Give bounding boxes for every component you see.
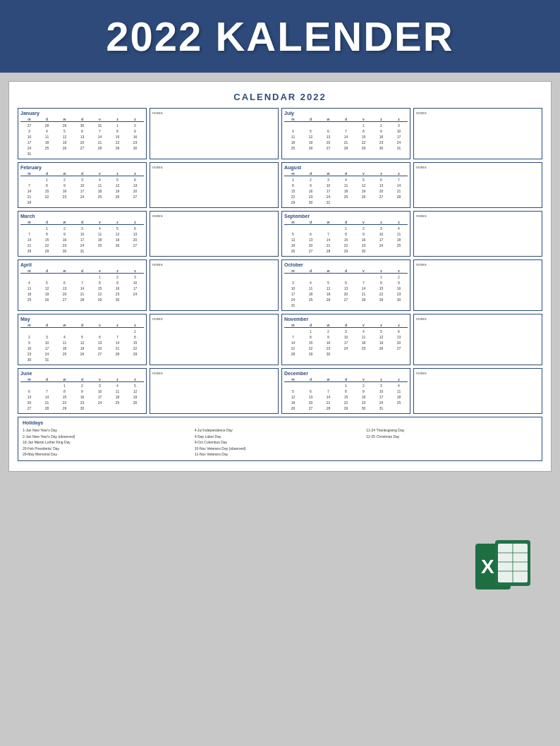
- day-header: z: [109, 377, 126, 381]
- day-cell: 22: [302, 346, 319, 351]
- day-header: d: [73, 220, 91, 224]
- day-header: m: [20, 117, 38, 121]
- day-cell: 10: [126, 280, 144, 286]
- month-name: June: [20, 371, 144, 376]
- day-cell: 12: [284, 237, 302, 243]
- day-cell: 3: [91, 383, 109, 389]
- day-cell: 14: [319, 394, 337, 400]
- bottom-area: X: [0, 480, 560, 607]
- day-cell: 15: [337, 394, 355, 400]
- day-cell: 11: [109, 389, 126, 394]
- holidays-title: Holidays: [23, 420, 537, 425]
- day-cell: [284, 274, 302, 280]
- day-header: d: [38, 171, 56, 176]
- day-cell: 21: [20, 243, 38, 248]
- day-cell: 24: [284, 297, 302, 302]
- notes-label: notes: [416, 214, 540, 218]
- calendar-title: CALENDAR 2022: [18, 92, 542, 102]
- day-cell: 24: [319, 194, 337, 200]
- day-cell: 27: [91, 351, 109, 357]
- notes-block: notes: [413, 259, 542, 311]
- day-cell: 28: [38, 405, 56, 411]
- day-cell: 21: [284, 346, 302, 351]
- day-header: z: [126, 171, 144, 176]
- holiday-item: 10-Nov Veterans Day (observed): [195, 446, 366, 452]
- day-cell: 17: [38, 346, 56, 351]
- notes-block: notes: [413, 108, 542, 159]
- day-cell: 1: [56, 383, 73, 389]
- day-cell: 29: [337, 248, 355, 254]
- day-header: z: [390, 377, 408, 381]
- day-cell: 14: [38, 394, 56, 400]
- day-cell: 27: [20, 405, 38, 411]
- day-cell: 19: [73, 346, 91, 351]
- day-cell: 1: [302, 329, 319, 334]
- day-header: m: [20, 377, 38, 381]
- day-cell: 21: [91, 140, 109, 145]
- notes-label: notes: [416, 371, 540, 375]
- notes-label: notes: [152, 371, 276, 375]
- month-block-october: Octobermdwdvzz12345678910111213141516171…: [281, 259, 410, 311]
- day-cell: [126, 297, 144, 302]
- day-cell: [355, 302, 372, 308]
- day-cell: 21: [319, 243, 337, 248]
- day-cell: 4: [109, 383, 126, 389]
- day-cell: 3: [390, 123, 408, 128]
- day-header: d: [337, 220, 355, 224]
- holiday-item: 20-Feb Presidents' Day: [23, 446, 194, 452]
- day-cell: [73, 151, 91, 157]
- day-cell: 17: [284, 291, 302, 297]
- day-cell: [109, 329, 126, 334]
- notes-label: notes: [152, 111, 276, 115]
- notes-block: notes: [413, 162, 542, 208]
- day-header: d: [337, 171, 355, 176]
- day-cell: 21: [319, 400, 337, 405]
- day-cell: 12: [284, 394, 302, 400]
- day-cell: 1: [372, 274, 390, 280]
- day-cell: 28: [38, 123, 56, 128]
- day-header: d: [302, 171, 319, 176]
- day-cell: 8: [337, 389, 355, 394]
- day-cell: 10: [20, 134, 38, 140]
- day-cell: 22: [372, 291, 390, 297]
- day-cell: 28: [319, 405, 337, 411]
- holidays-grid: 1-Jan New Year's Day2-Jan New Year's Day…: [23, 427, 537, 458]
- day-header: w: [319, 377, 337, 381]
- day-cell: 28: [73, 297, 91, 302]
- day-cell: 25: [38, 145, 56, 151]
- day-cell: 26: [355, 194, 372, 200]
- day-cell: [319, 383, 337, 389]
- notes-block: notes: [150, 211, 279, 257]
- day-cell: 9: [302, 183, 319, 188]
- day-cell: [20, 329, 38, 334]
- day-cell: 16: [73, 394, 91, 400]
- day-cell: 7: [390, 177, 408, 183]
- day-header: z: [372, 377, 390, 381]
- day-cell: 22: [337, 243, 355, 248]
- day-cell: 16: [20, 346, 38, 351]
- day-cell: 18: [91, 188, 109, 194]
- day-header: w: [56, 377, 73, 381]
- holiday-item: 2-Jan New Year's Day (observed): [23, 434, 194, 440]
- calendar-container: CALENDAR 2022 Januarymdwdvzz272829303112…: [8, 81, 552, 472]
- day-cell: 7: [337, 128, 355, 134]
- day-cell: 13: [91, 340, 109, 346]
- day-cell: [56, 274, 73, 280]
- day-cell: 23: [56, 194, 73, 200]
- month-block-september: Septembermdwdvzz123456789101112131415161…: [281, 211, 410, 257]
- day-cell: [73, 329, 91, 334]
- day-cell: 30: [20, 357, 38, 362]
- day-header: d: [337, 377, 355, 381]
- day-cell: [284, 123, 302, 128]
- day-cell: 17: [390, 134, 408, 140]
- day-cell: 1: [355, 123, 372, 128]
- notes-block: notes: [413, 211, 542, 257]
- day-cell: 10: [38, 340, 56, 346]
- day-cell: 6: [390, 329, 408, 334]
- day-header: z: [126, 117, 144, 121]
- day-cell: 19: [126, 394, 144, 400]
- day-cell: 19: [109, 188, 126, 194]
- day-cell: [390, 351, 408, 357]
- day-cell: 25: [109, 400, 126, 405]
- day-cell: 24: [337, 346, 355, 351]
